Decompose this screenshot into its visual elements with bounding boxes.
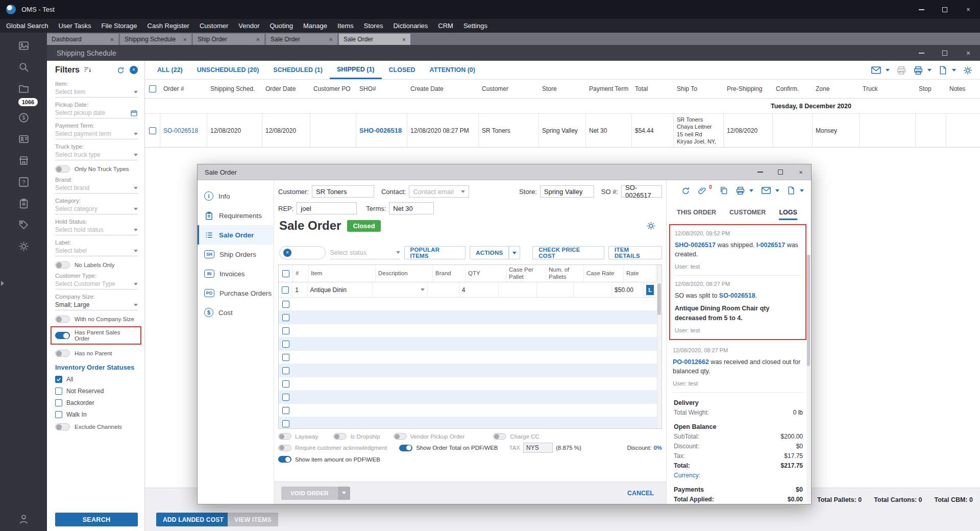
cancel-button[interactable]: CANCEL bbox=[627, 490, 654, 497]
tab-close-icon[interactable]: × bbox=[329, 36, 333, 43]
column-header[interactable]: Shipping Sched. bbox=[207, 85, 262, 92]
contacts-icon[interactable] bbox=[18, 133, 30, 145]
dashboard-icon[interactable] bbox=[18, 40, 30, 52]
terms-input[interactable]: Net 30 bbox=[389, 202, 434, 214]
empty-item-row[interactable] bbox=[279, 377, 662, 391]
print-disabled-button[interactable] bbox=[896, 65, 906, 76]
not-reserved-checkbox[interactable] bbox=[55, 388, 62, 395]
item-checkbox[interactable] bbox=[282, 407, 289, 414]
empty-item-row[interactable] bbox=[279, 351, 662, 364]
item-checkbox[interactable] bbox=[282, 286, 289, 294]
menu-item[interactable]: Manage bbox=[298, 22, 332, 30]
column-header[interactable]: Pre-Shipping bbox=[724, 85, 773, 92]
column-header[interactable]: Order # bbox=[160, 85, 207, 92]
user-icon[interactable] bbox=[18, 513, 30, 525]
menu-item[interactable]: User Tasks bbox=[53, 22, 96, 30]
email-button[interactable] bbox=[761, 185, 779, 196]
with-no-company-toggle[interactable] bbox=[55, 316, 70, 323]
show-item-amount-toggle[interactable] bbox=[278, 456, 291, 463]
truck-type-select[interactable]: Select truck type bbox=[55, 150, 138, 160]
settings-icon[interactable] bbox=[18, 240, 30, 252]
status-tab[interactable]: ALL (22) bbox=[150, 61, 190, 79]
nav-item-info[interactable]: i Info bbox=[198, 186, 274, 206]
has-parent-toggle[interactable] bbox=[55, 332, 70, 339]
item-qty-input[interactable]: 4 bbox=[459, 282, 499, 297]
so-number-input[interactable]: SO-0026517 bbox=[621, 185, 662, 198]
status-tab[interactable]: UNSCHEDULED (20) bbox=[190, 61, 266, 79]
void-order-button[interactable]: VOID ORDER bbox=[281, 487, 338, 500]
status-tab[interactable]: SCHEDULED (1) bbox=[266, 61, 330, 79]
tab-close-icon[interactable]: × bbox=[183, 36, 187, 43]
walkin-checkbox[interactable] bbox=[55, 411, 62, 418]
contact-select[interactable]: Contact email bbox=[409, 185, 469, 198]
popular-items-button[interactable]: POPULAR ITEMS bbox=[404, 246, 466, 259]
nav-item-ship-orders[interactable]: SH Ship Orders bbox=[198, 245, 274, 264]
item-search-box[interactable]: × bbox=[279, 246, 326, 259]
sidebar-expander-icon[interactable] bbox=[1, 281, 4, 286]
column-header[interactable]: Notes bbox=[946, 85, 980, 92]
table-row[interactable]: SO-0026518 12/08/2020 12/08/2020 SHO-002… bbox=[145, 114, 980, 148]
document-tab[interactable]: Sale Order × bbox=[339, 34, 410, 45]
invoice-log-link[interactable]: I-0026517 bbox=[756, 242, 785, 249]
notification-badge[interactable]: 1066 bbox=[18, 98, 38, 106]
scrollbar-thumb[interactable] bbox=[657, 283, 661, 315]
status-tab[interactable]: SHIPPED (1) bbox=[330, 61, 382, 79]
discount-value[interactable]: 0% bbox=[653, 445, 662, 451]
item-rate-input[interactable]: $50.00 bbox=[612, 282, 644, 297]
tasks-icon[interactable] bbox=[18, 198, 30, 209]
payment-term-select[interactable]: Select payment term bbox=[55, 129, 138, 139]
status-tab[interactable]: ATTENTION (0) bbox=[423, 61, 482, 79]
menu-item[interactable]: Quoting bbox=[264, 22, 298, 30]
item-description-select[interactable] bbox=[373, 282, 428, 297]
empty-item-row[interactable] bbox=[279, 324, 662, 337]
inner-close-button[interactable]: × bbox=[957, 45, 980, 61]
clear-search-icon[interactable]: × bbox=[283, 249, 291, 257]
minimize-button[interactable] bbox=[910, 0, 933, 19]
nav-item-purchase-orders[interactable]: PO Purchase Orders bbox=[198, 283, 274, 303]
show-total-toggle[interactable] bbox=[399, 445, 412, 451]
status-tab[interactable]: CLOSED bbox=[382, 61, 423, 79]
tab-close-icon[interactable]: × bbox=[110, 36, 114, 43]
labels-icon[interactable] bbox=[18, 219, 30, 231]
column-header[interactable]: Zone bbox=[813, 85, 860, 92]
column-header[interactable]: Confirm. bbox=[773, 85, 813, 92]
item-checkbox[interactable] bbox=[282, 354, 289, 361]
payments-icon[interactable]: $ bbox=[18, 112, 30, 124]
close-button[interactable]: × bbox=[957, 0, 980, 19]
empty-item-row[interactable] bbox=[279, 391, 662, 404]
menu-item[interactable]: Cash Register bbox=[142, 22, 194, 30]
modal-maximize-button[interactable] bbox=[770, 164, 791, 180]
search-button[interactable]: SEARCH bbox=[55, 513, 138, 526]
help-icon[interactable]: ? bbox=[18, 176, 30, 188]
column-header[interactable]: Create Date bbox=[407, 85, 479, 92]
status-select[interactable]: Select status bbox=[330, 246, 400, 259]
empty-item-row[interactable] bbox=[279, 417, 662, 429]
charge-cc-toggle[interactable] bbox=[493, 433, 506, 440]
void-order-dropdown-button[interactable] bbox=[338, 487, 350, 500]
sort-icon[interactable] bbox=[84, 66, 92, 74]
document-tab[interactable]: Dashboard × bbox=[47, 34, 118, 45]
item-row[interactable]: 1 Antique Dinin 4 $50.00 L bbox=[279, 282, 662, 298]
menu-item[interactable]: Global Search bbox=[1, 22, 53, 30]
tab-close-icon[interactable]: × bbox=[256, 36, 260, 43]
row-checkbox[interactable] bbox=[149, 127, 156, 134]
item-checkbox[interactable] bbox=[282, 420, 289, 427]
grid-settings-icon[interactable] bbox=[963, 65, 973, 76]
dropship-toggle[interactable] bbox=[333, 433, 347, 440]
item-details-button[interactable]: ITEM DETAILS bbox=[608, 246, 662, 259]
hold-status-select[interactable]: Select hold status bbox=[55, 225, 138, 235]
column-header[interactable]: SHO# bbox=[356, 85, 407, 92]
document-button[interactable] bbox=[787, 186, 804, 195]
menu-item[interactable]: Settings bbox=[458, 22, 493, 30]
attachments-button[interactable]: 0 bbox=[698, 186, 712, 195]
layaway-toggle[interactable] bbox=[278, 433, 291, 440]
view-items-button[interactable]: VIEW ITEMS bbox=[228, 513, 278, 526]
has-no-parent-toggle[interactable] bbox=[55, 350, 70, 357]
inner-maximize-button[interactable] bbox=[933, 45, 957, 61]
tab-close-icon[interactable]: × bbox=[402, 36, 406, 43]
print-button[interactable] bbox=[736, 186, 753, 196]
tax-input[interactable]: NYS bbox=[523, 443, 553, 453]
category-select[interactable]: Select category bbox=[55, 204, 138, 214]
item-checkbox[interactable] bbox=[282, 327, 289, 334]
add-landed-cost-button[interactable]: ADD LANDED COST bbox=[156, 513, 230, 526]
